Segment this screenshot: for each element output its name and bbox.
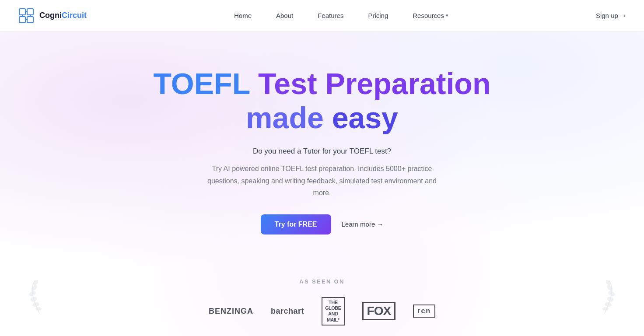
as-seen-on-section: AS SEEN ON BENZINGA barchart THEGLOBEAND…	[0, 261, 644, 336]
laurel-right	[592, 274, 618, 319]
svg-point-17	[606, 296, 614, 302]
chevron-down-icon: ▾	[446, 13, 448, 18]
media-logos: BENZINGA barchart THEGLOBEANDMAIL* FOX r…	[209, 297, 435, 326]
laurel-left	[26, 274, 52, 319]
navbar: CogniCircuit Home About Features Pricing…	[0, 0, 644, 32]
hero-description: Try AI powered online TOEFL test prepara…	[200, 163, 444, 199]
logo-barchart: barchart	[271, 307, 304, 316]
nav-link-resources[interactable]: Resources ▾	[400, 0, 461, 32]
svg-rect-0	[19, 9, 25, 15]
hero-title: TOEFL Test Preparation made easy	[154, 66, 491, 135]
logo-rcn: rcn	[413, 304, 435, 318]
nav-item-about[interactable]: About	[264, 0, 305, 32]
nav-item-features[interactable]: Features	[305, 0, 356, 32]
sign-up-link[interactable]: Sign up →	[596, 12, 626, 19]
logo-benzinga: BENZINGA	[209, 307, 253, 316]
logo-text: CogniCircuit	[39, 11, 87, 20]
nav-link-home[interactable]: Home	[222, 0, 264, 32]
nav-link-pricing[interactable]: Pricing	[356, 0, 400, 32]
hero-cta: Try for FREE Learn more →	[261, 214, 384, 234]
hero-section: TOEFL Test Preparation made easy Do you …	[0, 32, 644, 261]
svg-point-13	[35, 307, 42, 311]
logo-globe-mail: THEGLOBEANDMAIL*	[322, 297, 345, 326]
svg-point-12	[32, 301, 39, 307]
try-free-button[interactable]: Try for FREE	[261, 214, 331, 234]
nav-item-pricing[interactable]: Pricing	[356, 0, 400, 32]
nav-links: Home About Features Pricing Resources ▾	[222, 0, 461, 32]
hero-subtitle: Do you need a Tutor for your TOEFL test?	[253, 147, 391, 156]
svg-rect-2	[19, 17, 25, 23]
logo-icon	[18, 7, 35, 24]
learn-more-link[interactable]: Learn more →	[342, 220, 384, 228]
nav-link-about[interactable]: About	[264, 0, 305, 32]
svg-rect-3	[27, 17, 33, 23]
nav-link-features[interactable]: Features	[305, 0, 356, 32]
logo[interactable]: CogniCircuit	[18, 7, 87, 24]
nav-item-home[interactable]: Home	[222, 0, 264, 32]
svg-point-19	[602, 307, 609, 311]
svg-rect-1	[27, 9, 33, 15]
nav-item-resources[interactable]: Resources ▾	[400, 0, 461, 32]
logo-fox: FOX	[362, 302, 396, 320]
as-seen-label: AS SEEN ON	[299, 278, 345, 285]
svg-point-11	[30, 296, 38, 302]
svg-point-18	[604, 301, 612, 307]
